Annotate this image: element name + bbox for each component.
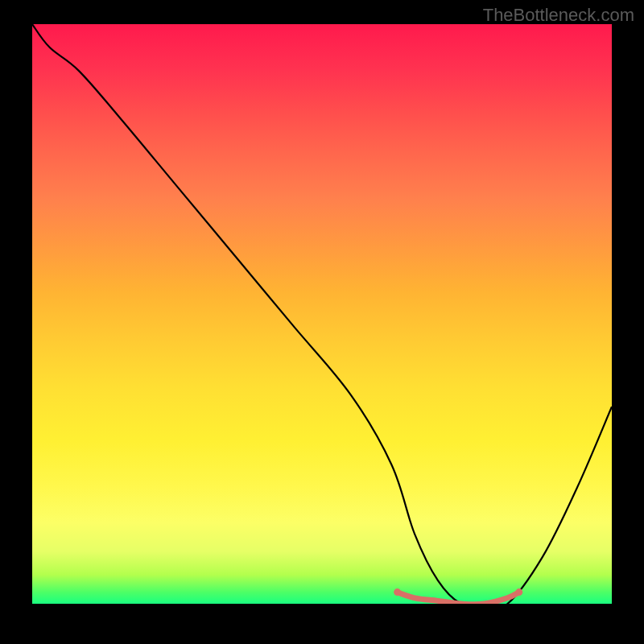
chart-svg xyxy=(32,24,612,604)
bottleneck-curve-line xyxy=(32,24,612,604)
optimal-zone-endpoint-left xyxy=(394,588,401,596)
watermark-text: TheBottleneck.com xyxy=(483,5,634,26)
optimal-zone-line xyxy=(398,592,519,604)
chart-plot-area xyxy=(32,24,612,604)
optimal-zone-endpoint-right xyxy=(515,588,522,596)
